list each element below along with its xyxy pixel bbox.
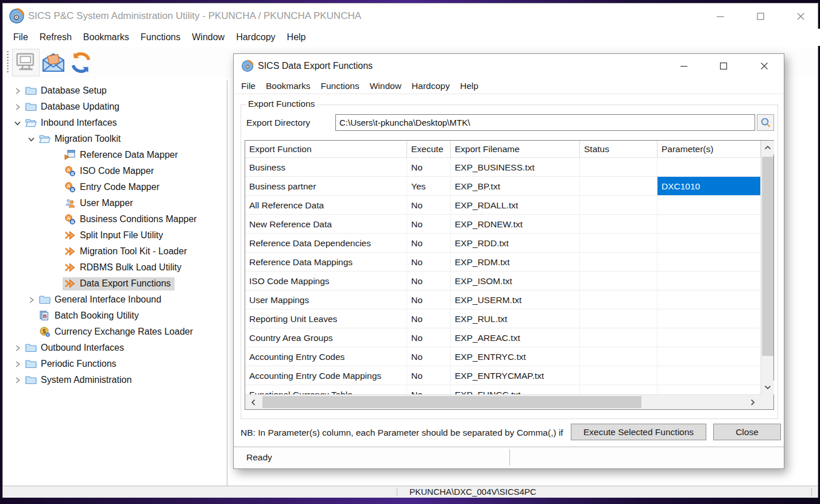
chevron-down-icon[interactable] [25, 134, 37, 144]
cell-function[interactable]: Accounting Entry Code Mappings [245, 366, 407, 385]
table-row[interactable]: Reference Data MappingsNoEXP_RDM.txt [245, 253, 773, 272]
horizontal-scrollbar-thumb[interactable] [262, 396, 641, 408]
menu-item-window[interactable]: Window [365, 81, 407, 91]
tree-item-business-conditions-mapper[interactable]: ABBusiness Conditions Mapper [6, 211, 226, 227]
table-row[interactable]: All Reference DataNoEXP_RDALL.txt [245, 196, 773, 215]
cell-parameters[interactable] [657, 158, 761, 177]
cell-function[interactable]: New Reference Data [245, 215, 407, 234]
export-directory-input[interactable] [335, 114, 755, 131]
cell-filename[interactable]: EXP_ENTRYC.txt [451, 347, 580, 366]
tree-item-data-export-functions[interactable]: Data Export Functions [6, 276, 226, 292]
cell-function[interactable]: Reference Data Dependencies [245, 234, 407, 253]
cell-status[interactable] [580, 309, 657, 328]
tree-item-batch-booking-utility[interactable]: BBatch Booking Utility [6, 308, 226, 324]
close-icon[interactable] [757, 54, 771, 78]
tree-item-periodic-functions[interactable]: Periodic Functions [6, 356, 226, 372]
menu-item-functions[interactable]: Functions [135, 32, 186, 42]
cell-function[interactable]: Country Area Groups [245, 328, 407, 347]
minimize-icon[interactable] [677, 54, 691, 78]
tree-item-iso-code-mapper[interactable]: ABISO Code Mapper [6, 163, 226, 179]
table-row[interactable]: BusinessNoEXP_BUSINESS.txt [245, 158, 773, 177]
cell-parameters[interactable] [657, 253, 761, 272]
browse-directory-button[interactable] [757, 114, 774, 131]
menu-item-hardcopy[interactable]: Hardcopy [230, 32, 281, 42]
table-row[interactable]: ISO Code MappingsNoEXP_ISOM.txt [245, 272, 773, 290]
tree-item-database-updating[interactable]: Database Updating [6, 99, 226, 115]
chevron-right-icon[interactable] [11, 86, 24, 95]
cell-status[interactable] [580, 215, 657, 234]
menu-item-functions[interactable]: Functions [316, 81, 365, 91]
cell-status[interactable] [580, 177, 657, 196]
cell-status[interactable] [580, 347, 657, 366]
cell-execute[interactable]: No [407, 253, 451, 272]
cell-parameters[interactable] [657, 215, 761, 234]
mail-icon[interactable] [40, 49, 67, 76]
cell-execute[interactable]: No [407, 215, 451, 234]
cell-execute[interactable]: No [407, 158, 451, 177]
cell-status[interactable] [580, 158, 657, 177]
cell-filename[interactable]: EXP_ISOM.txt [451, 272, 580, 290]
cell-parameters[interactable] [657, 234, 761, 253]
cell-filename[interactable]: EXP_ENTRYCMAP.txt [451, 366, 580, 385]
horizontal-scrollbar[interactable] [245, 394, 761, 409]
cell-execute[interactable]: No [407, 328, 451, 347]
cell-function[interactable]: User Mappings [245, 290, 407, 309]
tree-item-migration-tool-kit-loader[interactable]: Migration Tool Kit - Loader [6, 243, 226, 259]
cell-function[interactable]: Functional Currency Table [245, 385, 407, 394]
cell-filename[interactable]: EXP_BUSINESS.txt [451, 158, 580, 177]
cell-function[interactable]: Reporting Unit Leaves [245, 309, 407, 328]
tree-panel-splitter[interactable] [227, 80, 227, 486]
cell-filename[interactable]: EXP_RDALL.txt [451, 196, 580, 215]
tree-item-general-interface-inbound[interactable]: General Interface Inbound [6, 292, 226, 308]
cell-filename[interactable]: EXP_RDD.txt [451, 234, 580, 253]
cell-filename[interactable]: EXP_BP.txt [451, 177, 580, 196]
chevron-right-icon[interactable] [11, 359, 24, 369]
menu-item-refresh[interactable]: Refresh [34, 32, 78, 42]
tree-item-outbound-interfaces[interactable]: Outbound Interfaces [6, 340, 226, 356]
cell-execute[interactable]: No [407, 309, 451, 328]
refresh-icon[interactable] [67, 49, 95, 76]
cell-execute[interactable]: No [407, 347, 451, 366]
tree-item-rdbms-bulk-load-utility[interactable]: RDBMS Bulk Load Utility [6, 259, 226, 276]
cell-function[interactable]: ISO Code Mappings [245, 272, 407, 290]
menu-item-hardcopy[interactable]: Hardcopy [407, 81, 455, 91]
toolbar-gripper[interactable] [7, 51, 9, 74]
tree-item-inbound-interfaces[interactable]: Inbound Interfaces [6, 115, 226, 131]
cell-function[interactable]: Business [245, 158, 407, 177]
table-row[interactable]: User MappingsNoEXP_USERM.txt [245, 290, 773, 309]
chevron-right-icon[interactable] [25, 295, 37, 304]
cell-parameters[interactable] [657, 366, 761, 385]
main-titlebar[interactable]: ⚙ SICS P&C System Administration Utility… [3, 3, 818, 29]
vertical-scrollbar[interactable] [761, 141, 773, 394]
cell-parameters[interactable] [657, 309, 761, 328]
cell-execute[interactable]: No [407, 272, 451, 290]
table-row[interactable]: New Reference DataNoEXP_RDNEW.txt [245, 215, 773, 234]
cell-execute[interactable]: No [407, 196, 451, 215]
cell-filename[interactable]: EXP_RDNEW.txt [451, 215, 580, 234]
selected-parameter-cell[interactable]: DXC1010 [657, 177, 761, 196]
cell-filename[interactable]: EXP_USERM.txt [451, 290, 580, 309]
cell-parameters[interactable] [657, 196, 761, 215]
cell-filename[interactable]: EXP_RDM.txt [451, 253, 580, 272]
tree-item-entry-code-mapper[interactable]: ABEntry Code Mapper [6, 179, 226, 195]
cell-execute[interactable]: No [407, 366, 451, 385]
execute-selected-functions-button[interactable]: Execute Selected Functions [571, 424, 706, 440]
chevron-right-icon[interactable] [11, 102, 24, 111]
cell-filename[interactable]: EXP_AREAC.txt [451, 328, 580, 347]
table-row[interactable]: Accounting Entry Code MappingsNoEXP_ENTR… [245, 366, 773, 385]
cell-status[interactable] [580, 272, 657, 290]
cell-filename[interactable]: EXP_FUNCC.txt [451, 385, 580, 394]
cell-function[interactable]: Accounting Entry Codes [245, 347, 407, 366]
minimize-icon[interactable] [713, 3, 727, 29]
tree-item-database-setup[interactable]: Database Setup [6, 83, 226, 99]
table-row[interactable]: Business partnerYesEXP_BP.txtDXC1010 [245, 177, 773, 196]
table-row[interactable]: Reference Data DependenciesNoEXP_RDD.txt [245, 234, 773, 253]
maximize-icon[interactable] [753, 3, 767, 29]
cell-parameters[interactable] [657, 385, 761, 394]
menu-item-file[interactable]: File [236, 81, 261, 91]
cell-filename[interactable]: EXP_RUL.txt [451, 309, 580, 328]
tree-item-reference-data-mapper[interactable]: Reference Data Mapper [6, 147, 226, 163]
table-row[interactable]: Country Area GroupsNoEXP_AREAC.txt [245, 328, 773, 347]
dialog-titlebar[interactable]: ⚙ SICS Data Export Functions [234, 54, 784, 78]
scroll-down-icon[interactable] [761, 381, 774, 394]
